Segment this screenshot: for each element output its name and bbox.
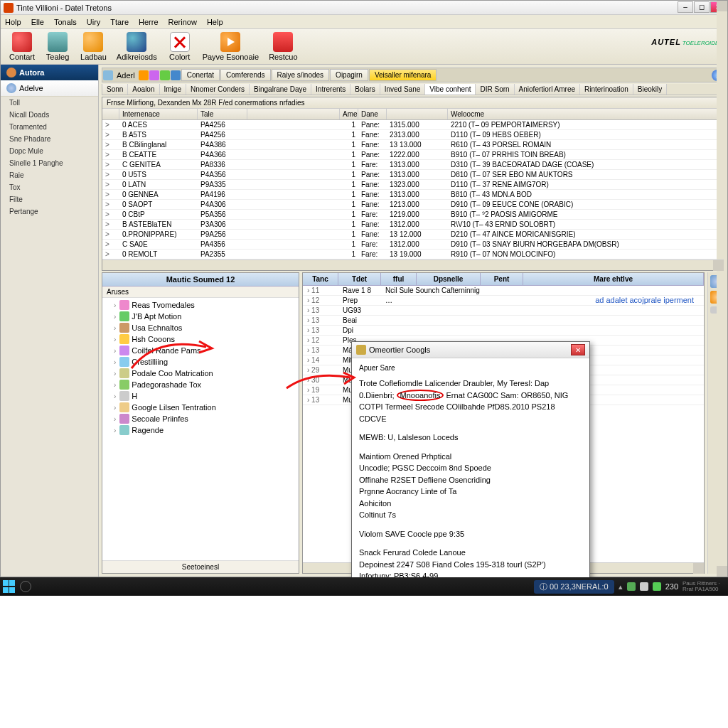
sub-tab[interactable]: Bingalrane Daye — [250, 84, 311, 95]
tree-item[interactable]: J'B Apt Motion — [104, 311, 297, 322]
detail-col-header[interactable]: Pent — [481, 273, 523, 285]
sub-tab[interactable]: Sonn — [102, 84, 128, 95]
tree-item[interactable]: Usa Echnaltos — [104, 322, 297, 333]
sub-tab[interactable]: Aniofertiorl Amree — [515, 84, 580, 95]
table-row[interactable]: >B CBilinglanalP4A3861Fane:13 13.000R610… — [102, 140, 724, 150]
tree-item[interactable]: Ragende — [104, 424, 297, 436]
grid-col-header[interactable] — [102, 109, 119, 119]
tool-tealeg[interactable]: Tealeg — [41, 31, 75, 63]
sub-tab[interactable]: Inved Sane — [380, 84, 426, 95]
sidebar-item[interactable]: Sinelle 1 Panghe — [1, 157, 98, 169]
menu-elle[interactable]: Elle — [31, 18, 44, 26]
detail-row[interactable]: 13Dpi — [303, 326, 704, 336]
sub-tab[interactable]: Nnomer Conders — [186, 84, 250, 95]
sub-tab[interactable]: Bolars — [350, 84, 380, 95]
tool-colort[interactable]: Colort — [163, 31, 197, 63]
grid-col-header[interactable]: Tale — [198, 109, 247, 119]
sub-tab[interactable]: Bieokily — [633, 84, 667, 95]
sidebar-item[interactable]: Toramented — [1, 121, 98, 133]
sub-tab[interactable]: DIR Sorn — [476, 84, 514, 95]
tree-item[interactable]: Podale Coo Matrication — [104, 368, 297, 379]
top-tab[interactable]: Oipagirn — [330, 69, 368, 81]
grid-col-header[interactable]: Ame — [340, 109, 358, 119]
sub-tab[interactable]: Rinterinoation — [580, 84, 633, 95]
sidebar-item[interactable]: Dopc Mule — [1, 145, 98, 157]
detail-row[interactable]: 13Beai — [303, 316, 704, 326]
top-tab[interactable]: Comferends — [220, 69, 270, 81]
tray-icon-3[interactable] — [653, 582, 661, 591]
tree-item[interactable]: Coilfel Rande Pams — [104, 345, 297, 356]
sub-tab[interactable]: Intrerents — [311, 84, 350, 95]
table-row[interactable]: >B ASTEBlaTENP3A3061Fane:1312.000R\V10 (… — [102, 220, 724, 230]
detail-col-header[interactable]: Dpsnelle — [417, 273, 481, 285]
sidebar-item[interactable]: Toll — [1, 97, 98, 109]
tree-item[interactable]: Google Lilsen Tentration — [104, 402, 297, 413]
titlebar[interactable]: Tinte Villioni - Datel Tretons – ◻ ✕ — [1, 1, 727, 15]
table-row[interactable]: >B CEATTEP4A3661Pane:1222.000B910 (T– 07… — [102, 150, 724, 160]
detail-col-header[interactable]: fful — [381, 273, 417, 285]
cortana-icon[interactable] — [20, 581, 31, 592]
tree-item[interactable]: Secoale Priinfes — [104, 413, 297, 424]
taskbar[interactable]: ⓘ 00 23,3NERAL:0 ▴ 230 Paus Rittners · R… — [0, 577, 728, 596]
menu-herre[interactable]: Herre — [139, 18, 159, 26]
table-row[interactable]: >0 CBtPP5A3561Fare:1219.000B910 (T– ⁹2 P… — [102, 210, 724, 220]
sidebar-item[interactable]: Nicall Doads — [1, 109, 98, 121]
sidebar-selected-item[interactable]: Adelve — [1, 80, 98, 97]
grid-col-header[interactable]: Internenace — [119, 109, 198, 119]
detail-row[interactable]: 13UG93 — [303, 306, 704, 316]
grid-body[interactable]: >0 ACESPA42561Pane:1315.0002210 (T– 09 P… — [102, 120, 724, 259]
menu-tonals[interactable]: Tonals — [54, 18, 77, 26]
tool-restcuo[interactable]: Restcuo — [264, 31, 301, 63]
table-row[interactable]: >B A5TSPA42561Fane:2313.000D110 (T– 09 H… — [102, 130, 724, 140]
sub-tab[interactable]: Aoalon — [128, 84, 159, 95]
tree-item[interactable]: Hsh Cooons — [104, 333, 297, 345]
tray-icon-2[interactable] — [640, 582, 648, 591]
grid-col-header[interactable]: Weloocme — [448, 109, 724, 119]
grid-col-header[interactable]: Dane — [358, 109, 387, 119]
sidebar-item[interactable]: Tox — [1, 181, 98, 193]
detail-row[interactable]: 11Rave 1 8Ncil Sule Sounch Cafterninnig — [303, 286, 704, 296]
top-tab[interactable]: Raiye s/inodes — [272, 69, 330, 81]
menu-rerinow[interactable]: Rerinow — [168, 18, 197, 26]
table-row[interactable]: >0.PRONIPPARE)P9A2561Fane:13 12.000D210 … — [102, 230, 724, 240]
detail-col-header[interactable]: Tanc — [303, 273, 338, 285]
table-row[interactable]: >C GENITEAPA83361Fare:1313.000D310 (T– 3… — [102, 160, 724, 170]
tree-body[interactable]: Reas TvomedalesJ'B Apt MotionUsa Echnalt… — [102, 298, 299, 560]
grid-scroll-x[interactable] — [102, 259, 724, 270]
table-row[interactable]: >0 U5TSP4A3561Pane:1313.000D810 (T– 07 S… — [102, 170, 724, 180]
top-tab[interactable]: Veisaller mifenara — [369, 69, 437, 81]
tree-item[interactable]: H — [104, 390, 297, 402]
detail-col-header[interactable]: Tdet — [338, 273, 381, 285]
tree-item[interactable]: Crestilliing — [104, 356, 297, 368]
start-button[interactable] — [3, 580, 16, 593]
sidebar-item[interactable]: Pertange — [1, 205, 98, 218]
table-row[interactable]: >C SA0EPA43561Fare:1312.000D910 (T– 03 S… — [102, 240, 724, 250]
table-row[interactable]: >0 LATNP9A3351Fane:1323.000D110 (T– 37 R… — [102, 180, 724, 190]
tree-footer[interactable]: Seetoeinesl — [102, 560, 299, 573]
tree-item[interactable]: Padegorashade Tox — [104, 379, 297, 390]
menu-help[interactable]: Help — [207, 18, 223, 26]
table-row[interactable]: >0 REMOLTPA23551Fare:13 19.000R910 (T– 0… — [102, 250, 724, 259]
menu-uiry[interactable]: Uiry — [87, 18, 101, 26]
detail-col-header[interactable]: Mare ehtlve — [523, 273, 704, 285]
table-row[interactable]: >0 ACESPA42561Pane:1315.0002210 (T– 09 P… — [102, 120, 724, 130]
system-tray[interactable]: ⓘ 00 23,3NERAL:0 ▴ 230 Paus Rittners · R… — [534, 580, 725, 594]
tool-payve esonoaie[interactable]: Payve Esonoaie — [198, 31, 264, 63]
tool-ladbau[interactable]: Ladbau — [76, 31, 111, 63]
tool-contart[interactable]: Contart — [5, 31, 39, 63]
minimize-button[interactable]: – — [678, 1, 693, 13]
tool-adikreiosds[interactable]: Adikreiosds — [112, 31, 161, 63]
table-row[interactable]: >0 GENNEAPA41961Fane:1313.000B810 (T– 43… — [102, 190, 724, 200]
dialog-close-button[interactable]: ✕ — [571, 344, 585, 355]
link-note[interactable]: ad adalet acojprale iperment — [595, 296, 694, 304]
sub-tab[interactable]: Vibe conhent — [425, 84, 476, 95]
grid-col-header[interactable] — [247, 109, 340, 119]
maximize-button[interactable]: ◻ — [694, 1, 710, 13]
dialog-titlebar[interactable]: Omeortier Coogls ✕ — [352, 342, 589, 358]
grid-col-header[interactable] — [387, 109, 448, 119]
grid-scrollbar[interactable] — [717, 120, 724, 259]
tray-icon-1[interactable] — [627, 582, 636, 591]
sidebar-item[interactable]: Sne Phadare — [1, 133, 98, 145]
top-tab[interactable]: Conertat — [181, 69, 220, 81]
sidebar-item[interactable]: Filte — [1, 193, 98, 205]
